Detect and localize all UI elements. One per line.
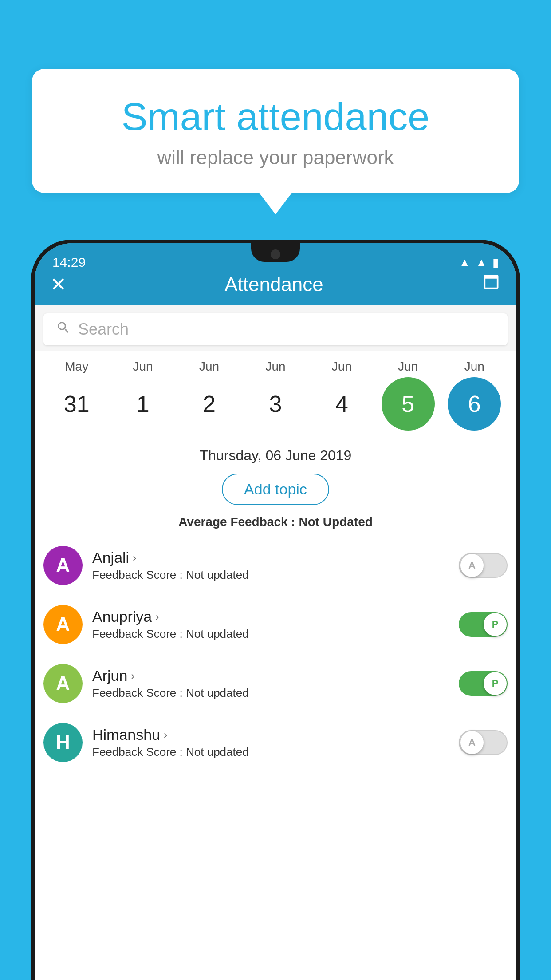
- toggle-off[interactable]: A: [459, 553, 508, 578]
- attendance-toggle[interactable]: P: [459, 671, 508, 696]
- student-name[interactable]: Anjali ›: [92, 549, 449, 566]
- avatar: A: [43, 605, 83, 644]
- student-name[interactable]: Anupriya ›: [92, 608, 449, 625]
- month-5: Jun: [382, 360, 435, 374]
- date-4[interactable]: 4: [315, 377, 368, 431]
- chevron-right-icon: ›: [133, 552, 136, 564]
- student-feedback: Feedback Score : Not updated: [92, 627, 449, 641]
- background: Smart attendance will replace your paper…: [0, 0, 551, 980]
- status-time: 14:29: [52, 255, 86, 270]
- avatar: A: [43, 664, 83, 703]
- student-feedback: Feedback Score : Not updated: [92, 745, 449, 759]
- battery-icon: ▮: [492, 256, 499, 269]
- month-1: Jun: [116, 360, 169, 374]
- student-feedback: Feedback Score : Not updated: [92, 568, 449, 582]
- phone-inner: 14:29 ▲ ▲ ▮ ✕ Attendance: [35, 243, 516, 980]
- notch: [251, 243, 300, 262]
- toggle-thumb: P: [484, 613, 507, 636]
- info-section: Thursday, 06 June 2019 Add topic Average…: [35, 435, 516, 536]
- search-icon: [56, 320, 71, 339]
- student-list: A Anjali › Feedback Score : Not updated: [35, 536, 516, 772]
- avatar: H: [43, 723, 83, 762]
- average-feedback: Average Feedback : Not Updated: [47, 515, 504, 529]
- date-2[interactable]: 2: [183, 377, 236, 431]
- phone-frame: 14:29 ▲ ▲ ▮ ✕ Attendance: [31, 240, 520, 980]
- student-name[interactable]: Arjun ›: [92, 667, 449, 684]
- selected-date-label: Thursday, 06 June 2019: [47, 447, 504, 464]
- month-2: Jun: [183, 360, 236, 374]
- toggle-thumb: P: [484, 672, 507, 695]
- bubble-title: Smart attendance: [59, 95, 492, 138]
- attendance-toggle[interactable]: A: [459, 730, 508, 755]
- chevron-right-icon: ›: [164, 729, 167, 741]
- month-3: Jun: [249, 360, 302, 374]
- month-0: May: [50, 360, 103, 374]
- student-info: Anjali › Feedback Score : Not updated: [92, 549, 449, 582]
- student-info: Anupriya › Feedback Score : Not updated: [92, 608, 449, 641]
- month-6: Jun: [448, 360, 501, 374]
- list-item: A Anupriya › Feedback Score : Not update…: [43, 595, 508, 654]
- attendance-toggle[interactable]: A: [459, 553, 508, 578]
- close-button[interactable]: ✕: [50, 273, 67, 296]
- date-6-selected[interactable]: 6: [448, 377, 501, 431]
- search-bar[interactable]: Search: [43, 313, 508, 345]
- chevron-right-icon: ›: [155, 611, 159, 623]
- speech-bubble-container: Smart attendance will replace your paper…: [32, 69, 519, 193]
- student-info: Arjun › Feedback Score : Not updated: [92, 667, 449, 700]
- app-content: 14:29 ▲ ▲ ▮ ✕ Attendance: [35, 243, 516, 980]
- calendar-section: May Jun Jun Jun Jun Jun Jun 31 1 2 3 4: [35, 351, 516, 435]
- wifi-icon: ▲: [459, 256, 471, 269]
- avatar: A: [43, 546, 83, 585]
- feedback-value-text: Not Updated: [299, 515, 372, 529]
- student-feedback: Feedback Score : Not updated: [92, 686, 449, 700]
- toggle-thumb: A: [460, 731, 484, 754]
- date-5-today[interactable]: 5: [382, 377, 435, 431]
- speech-bubble: Smart attendance will replace your paper…: [32, 69, 519, 193]
- chevron-right-icon: ›: [131, 670, 134, 682]
- camera: [271, 249, 280, 259]
- feedback-label-text: Average Feedback :: [178, 515, 299, 529]
- signal-icon: ▲: [476, 256, 487, 269]
- status-icons: ▲ ▲ ▮: [459, 256, 499, 269]
- dates-row: 31 1 2 3 4 5 6: [35, 377, 516, 431]
- bubble-subtitle: will replace your paperwork: [59, 146, 492, 169]
- search-container: Search: [35, 305, 516, 351]
- search-placeholder: Search: [78, 320, 129, 339]
- toggle-thumb: A: [460, 554, 484, 577]
- student-info: Himanshu › Feedback Score : Not updated: [92, 726, 449, 759]
- calendar-icon[interactable]: [481, 272, 501, 296]
- date-1[interactable]: 1: [116, 377, 169, 431]
- add-topic-button[interactable]: Add topic: [222, 474, 329, 505]
- date-3[interactable]: 3: [249, 377, 302, 431]
- list-item: A Anjali › Feedback Score : Not updated: [43, 536, 508, 595]
- list-item: A Arjun › Feedback Score : Not updated: [43, 654, 508, 713]
- student-name[interactable]: Himanshu ›: [92, 726, 449, 743]
- attendance-toggle[interactable]: P: [459, 612, 508, 637]
- list-item: H Himanshu › Feedback Score : Not update…: [43, 713, 508, 772]
- app-bar-title: Attendance: [224, 273, 323, 296]
- month-4: Jun: [315, 360, 368, 374]
- date-0[interactable]: 31: [50, 377, 103, 431]
- toggle-on[interactable]: P: [459, 612, 508, 637]
- toggle-off[interactable]: A: [459, 730, 508, 755]
- toggle-on[interactable]: P: [459, 671, 508, 696]
- months-row: May Jun Jun Jun Jun Jun Jun: [35, 360, 516, 374]
